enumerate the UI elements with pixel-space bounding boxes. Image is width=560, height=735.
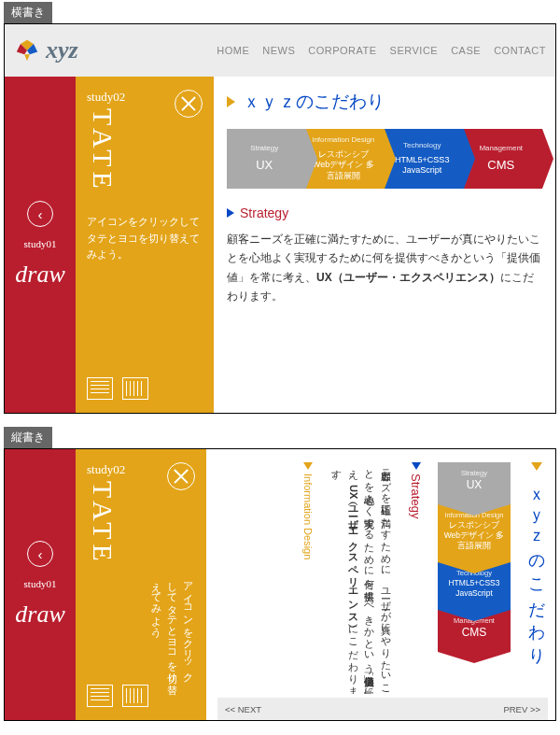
- study01-column[interactable]: ‹ study01 draw: [5, 77, 76, 413]
- section-body: 顧客ニーズを正確に満たすために、ユーザーが真にやりたいことを心地よく実現するため…: [227, 230, 542, 306]
- nav-case[interactable]: CASE: [451, 45, 481, 56]
- vertical-mode-icon[interactable]: [122, 377, 148, 400]
- logo-icon: [14, 37, 40, 64]
- study02-column-v: study02 TATE アイコンをクリックしてタテとヨコを切り替えてみよう。: [76, 449, 206, 720]
- process-chevrons-v: StrategyUX Information DesignレスポンシブWebデザ…: [438, 462, 511, 694]
- section-body-v: 顧客ニーズを正確に満たすために、ユーザーが真にやりたいことを心地よく実現するため…: [329, 462, 394, 694]
- section-heading-v: Strategy: [409, 462, 423, 694]
- vertical-panel: ‹ study01 draw study02 TATE アイコンをクリックしてタ…: [4, 448, 556, 721]
- triangle-icon: [531, 462, 542, 471]
- close-icon[interactable]: [175, 90, 203, 118]
- prev-button[interactable]: PREV >>: [503, 704, 540, 714]
- next-button[interactable]: << NEXT: [225, 704, 261, 714]
- label-horizontal: 横書き: [4, 2, 52, 23]
- nav-news[interactable]: NEWS: [262, 45, 295, 56]
- back-icon[interactable]: ‹: [27, 201, 53, 227]
- triangle-icon: [412, 462, 421, 470]
- nav-home[interactable]: HOME: [217, 45, 249, 56]
- study01-label: study01: [24, 238, 57, 249]
- study02-column: study02 TATE アイコンをクリックしてタテとヨコを切り替えてみよう。: [76, 77, 214, 413]
- sidebar-description-v: アイコンをクリックしてタテとヨコを切り替えてみよう。: [148, 575, 195, 678]
- pager: << NEXT PREV >>: [217, 698, 548, 720]
- horizontal-mode-icon[interactable]: [87, 377, 113, 400]
- brand-text: xyz: [46, 36, 78, 64]
- nav-contact[interactable]: CONTACT: [494, 45, 546, 56]
- logo[interactable]: xyz: [14, 36, 78, 64]
- nav-corporate[interactable]: CORPORATE: [308, 45, 376, 56]
- chevron-management: ManagementCMS: [464, 129, 543, 189]
- study01-column-v[interactable]: ‹ study01 draw: [5, 449, 76, 720]
- section-heading: Strategy: [227, 205, 542, 220]
- chevron-technology: TechnologyHTML5+CSS3 JavaScript: [385, 129, 464, 189]
- study02-label: study02: [87, 90, 125, 105]
- horizontal-mode-icon[interactable]: [87, 685, 113, 707]
- chevron-info-design: Information DesignレスポンシブWebデザイン 多言語展開: [306, 129, 385, 189]
- header-bar: xyz HOME NEWS CORPORATE SERVICE CASE CON…: [5, 24, 555, 77]
- triangle-icon: [227, 96, 235, 107]
- nav-service[interactable]: SERVICE: [390, 45, 439, 56]
- tate-label: TATE: [87, 108, 119, 193]
- triangle-icon: [227, 208, 234, 218]
- close-icon[interactable]: [167, 462, 195, 490]
- process-chevrons: StrategyUX Information DesignレスポンシブWebデザ…: [227, 129, 542, 189]
- label-vertical: 縦書き: [4, 427, 52, 448]
- sidebar-description: アイコンをクリックしてタテとヨコを切り替えてみよう。: [87, 214, 203, 263]
- back-icon[interactable]: ‹: [27, 541, 53, 567]
- vertical-mode-icon[interactable]: [122, 685, 148, 707]
- nav-bar: HOME NEWS CORPORATE SERVICE CASE CONTACT: [217, 45, 546, 56]
- section-heading-extra: Information Design: [302, 462, 314, 694]
- draw-label: draw: [15, 261, 64, 289]
- triangle-icon: [303, 462, 313, 470]
- main-content: ｘｙｚのこだわり StrategyUX Information Designレス…: [214, 77, 555, 413]
- svg-marker-3: [24, 54, 30, 61]
- page-title-v: ｘｙｚのこだわり: [525, 462, 548, 694]
- main-content-v: ｘｙｚのこだわり StrategyUX Information Designレス…: [206, 449, 555, 720]
- horizontal-panel: xyz HOME NEWS CORPORATE SERVICE CASE CON…: [4, 23, 556, 414]
- page-title: ｘｙｚのこだわり: [227, 90, 542, 114]
- chevron-strategy: StrategyUX: [227, 129, 306, 189]
